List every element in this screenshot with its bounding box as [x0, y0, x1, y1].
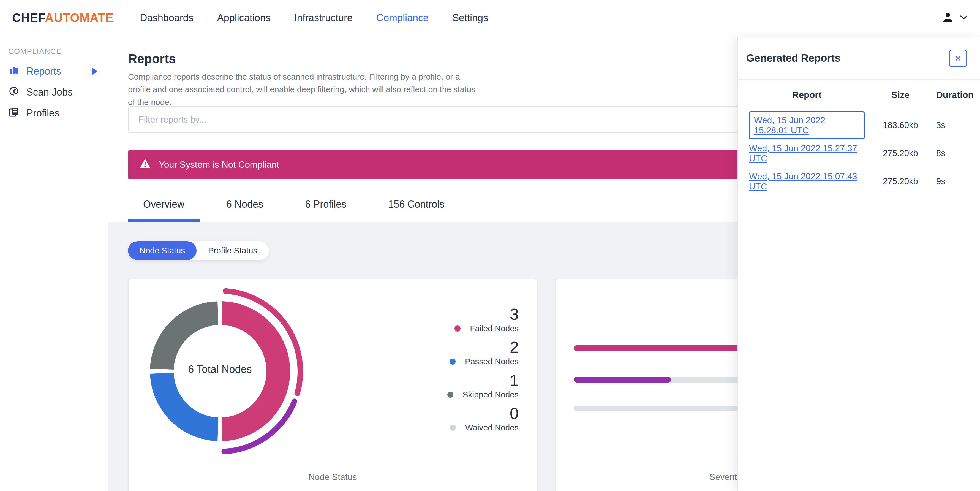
generated-reports-table: Report Size Duration Wed, 15 Jun 2022 15… [738, 80, 980, 196]
report-duration: 9s [936, 177, 980, 187]
sidebar-section-label: COMPLIANCE [8, 47, 107, 56]
broadcast-icon [8, 86, 19, 99]
caret-right-icon [92, 67, 97, 75]
generated-reports-panel: Generated Reports ✕ Report Size Duration… [738, 37, 980, 491]
legend-item-failed: 3 Failed Nodes [455, 306, 519, 333]
skipped-label: Skipped Nodes [463, 390, 519, 399]
legend-item-skipped: 1 Skipped Nodes [447, 372, 519, 399]
sidebar-item-label: Reports [26, 65, 61, 77]
panel-header: Generated Reports ✕ [738, 37, 980, 80]
report-link[interactable]: Wed, 15 Jun 2022 15:28:01 UTC [749, 111, 865, 139]
status-toggle-group: Node Status Profile Status [128, 241, 269, 260]
failed-dot-icon [455, 325, 461, 332]
panel-title: Generated Reports [746, 52, 840, 64]
nav-item-infrastructure[interactable]: Infrastructure [294, 12, 353, 24]
profiles-icon [8, 107, 19, 120]
report-tabs: Overview 6 Nodes 6 Profiles 156 Controls [128, 191, 460, 222]
bar-chart-icon [8, 65, 19, 78]
skipped-dot-icon [447, 392, 453, 398]
failed-label: Failed Nodes [470, 324, 519, 333]
table-row: Wed, 15 Jun 2022 15:28:01 UTC 183.60kb 3… [749, 111, 980, 139]
node-status-card-title: Node Status [129, 472, 537, 482]
sidebar-item-reports[interactable]: Reports [0, 61, 107, 82]
tab-profiles[interactable]: 6 Profiles [290, 199, 361, 222]
tab-controls[interactable]: 156 Controls [373, 199, 460, 222]
failed-count: 3 [510, 306, 519, 323]
warning-triangle-icon [140, 159, 151, 171]
report-size: 275.20kb [865, 148, 936, 158]
node-status-card: 6 Total Nodes 3 Failed Nodes 2 Passed No… [128, 279, 537, 491]
nav-item-dashboards[interactable]: Dashboards [140, 12, 194, 24]
report-size: 183.60kb [865, 120, 936, 130]
column-header-size: Size [865, 90, 936, 100]
report-size: 275.20kb [865, 177, 936, 187]
nav-item-compliance[interactable]: Compliance [376, 12, 429, 24]
report-duration: 3s [936, 120, 980, 130]
brand-chef: CHEF [12, 11, 45, 24]
card-divider [140, 462, 526, 462]
waived-dot-icon [450, 425, 456, 431]
nav-item-settings[interactable]: Settings [452, 12, 488, 24]
profile-status-toggle[interactable]: Profile Status [197, 241, 269, 260]
close-panel-button[interactable]: ✕ [949, 49, 967, 67]
passed-count: 2 [510, 339, 519, 356]
report-link[interactable]: Wed, 15 Jun 2022 15:07:43 UTC [749, 171, 865, 192]
tab-overview[interactable]: Overview [128, 199, 200, 222]
donut-center-label: 6 Total Nodes [173, 363, 267, 375]
legend-item-passed: 2 Passed Nodes [450, 339, 519, 366]
node-status-legend: 3 Failed Nodes 2 Passed Nodes 1 [447, 306, 519, 432]
waived-count: 0 [510, 405, 519, 422]
compliance-sidebar: COMPLIANCE Reports Scan Jobs Profiles [0, 37, 107, 491]
sidebar-item-label: Profiles [26, 107, 59, 119]
sidebar-item-scan-jobs[interactable]: Scan Jobs [0, 82, 107, 103]
legend-item-waived: 0 Waived Nodes [450, 405, 519, 432]
column-header-duration: Duration [936, 90, 980, 100]
nav-item-applications[interactable]: Applications [217, 12, 270, 24]
report-link[interactable]: Wed, 15 Jun 2022 15:27:37 UTC [749, 143, 865, 164]
table-header-row: Report Size Duration [749, 90, 980, 100]
sidebar-item-profiles[interactable]: Profiles [0, 103, 107, 124]
sidebar-item-label: Scan Jobs [26, 86, 73, 98]
chevron-down-icon [959, 14, 968, 21]
alert-text: Your System is Not Compliant [159, 159, 279, 170]
waived-label: Waived Nodes [465, 423, 519, 432]
brand-automate: AUTOMATE [45, 11, 113, 24]
node-status-toggle[interactable]: Node Status [128, 241, 197, 260]
skipped-count: 1 [510, 372, 519, 389]
table-row: Wed, 15 Jun 2022 15:27:37 UTC 275.20kb 8… [749, 139, 980, 167]
page-description: Compliance reports describe the status o… [128, 70, 477, 108]
user-menu[interactable] [942, 11, 968, 25]
passed-dot-icon [450, 359, 456, 365]
passed-label: Passed Nodes [465, 357, 519, 366]
primary-nav: Dashboards Applications Infrastructure C… [140, 12, 488, 24]
table-row: Wed, 15 Jun 2022 15:07:43 UTC 275.20kb 9… [749, 167, 980, 196]
tab-nodes[interactable]: 6 Nodes [211, 199, 278, 222]
top-nav: CHEFAUTOMATE Dashboards Applications Inf… [0, 0, 980, 37]
report-duration: 8s [936, 148, 980, 158]
brand-logo[interactable]: CHEFAUTOMATE [12, 11, 114, 25]
user-avatar-icon [942, 11, 954, 25]
column-header-report: Report [749, 90, 865, 100]
page-title: Reports [128, 51, 176, 66]
